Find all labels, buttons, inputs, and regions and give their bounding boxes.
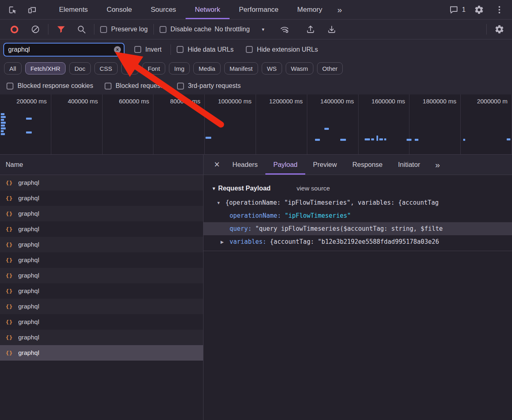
more-detail-tabs-icon[interactable]: » (430, 155, 445, 175)
upload-icon (306, 24, 315, 34)
invert-label: Invert (145, 46, 162, 53)
throttling-dropdown[interactable]: No throttling ▼ (214, 26, 265, 33)
detail-tab[interactable]: Payload (265, 155, 305, 175)
request-row[interactable]: {} graphql (0, 330, 203, 345)
detail-tab[interactable]: Headers (225, 155, 265, 175)
detail-tab-label: Response (352, 161, 383, 168)
third-party-requests-checkbox[interactable]: 3rd-party requests (177, 82, 241, 90)
search-button[interactable] (74, 22, 88, 36)
chip-label: Img (174, 65, 184, 72)
close-details-button[interactable]: × (209, 155, 225, 175)
clear-network-log-button[interactable] (28, 22, 42, 36)
network-settings-button[interactable] (492, 22, 506, 36)
more-tabs-icon[interactable]: » (332, 0, 348, 19)
main-tab[interactable]: Elements (50, 0, 97, 19)
hide-data-urls-checkbox[interactable]: Hide data URLs (177, 46, 234, 53)
checkbox-icon (7, 83, 13, 90)
blocked-requests-checkbox[interactable]: Blocked requests (105, 82, 166, 90)
timeline-label: 1800000 ms (409, 94, 461, 154)
main-tab[interactable]: Console (97, 0, 141, 19)
type-filter-chip[interactable]: JS (121, 62, 139, 74)
type-filter-chip[interactable]: Img (169, 62, 190, 74)
invert-checkbox[interactable]: Invert (134, 46, 162, 53)
view-source-link[interactable]: view source (297, 185, 330, 192)
main-tab[interactable]: Memory (288, 0, 331, 19)
export-har-button[interactable] (325, 22, 339, 36)
request-type-filters: All Fetch/XHR Doc CSS JS Font Img Media … (0, 59, 512, 77)
detail-tab[interactable]: Response (345, 155, 390, 175)
hide-extension-urls-label: Hide extension URLs (257, 46, 318, 53)
import-har-button[interactable] (304, 22, 317, 36)
type-filter-chip[interactable]: All (4, 62, 22, 74)
blocked-response-cookies-checkbox[interactable]: Blocked response cookies (7, 82, 93, 90)
type-filter-chip[interactable]: Media (193, 62, 221, 74)
clear-filter-icon[interactable]: × (114, 46, 121, 53)
type-filter-chip[interactable]: Wasm (286, 62, 313, 74)
devtools-window: Elements Console Sources Network Perform… (0, 0, 512, 420)
request-name: graphql (18, 241, 39, 248)
detail-tab-label: Payload (273, 161, 298, 168)
request-row[interactable]: {} graphql (0, 268, 203, 283)
filter-toggle-button[interactable] (54, 22, 68, 36)
name-column-header[interactable]: Name (0, 155, 203, 175)
devtools-settings-button[interactable] (472, 3, 486, 17)
chip-label: Manifest (230, 65, 253, 72)
more-options-button[interactable] (492, 3, 506, 17)
type-filter-chip[interactable]: Fetch/XHR (25, 62, 66, 74)
network-activity-mark (1, 113, 4, 115)
request-row[interactable]: {} graphql (0, 175, 203, 190)
payload-tree-row[interactable]: ▼ {operationName: "ipFlowTimeseries", va… (203, 196, 512, 209)
request-row[interactable]: {} graphql (0, 190, 203, 206)
type-filter-chip[interactable]: Other (317, 62, 343, 74)
record-network-log-button[interactable] (7, 22, 21, 36)
main-tab[interactable]: Performance (230, 0, 288, 19)
network-activity-mark (1, 122, 6, 124)
type-filter-chip[interactable]: Font (142, 62, 165, 74)
json-braces-icon: {} (6, 273, 13, 279)
timeline-label: 1200000 ms (256, 94, 307, 154)
request-row[interactable]: {} graphql (0, 252, 203, 268)
main-tab-label: Console (107, 6, 132, 14)
request-row[interactable]: {} graphql (0, 206, 203, 221)
main-tab[interactable]: Sources (141, 0, 185, 19)
request-row[interactable]: {} graphql (0, 314, 203, 330)
toolbar-divider (94, 24, 94, 35)
request-row[interactable]: {} graphql (0, 221, 203, 237)
record-icon (11, 26, 18, 33)
type-filter-chip[interactable]: CSS (94, 62, 118, 74)
timeline-label: 1400000 ms (307, 94, 359, 154)
network-conditions-button[interactable] (278, 22, 291, 36)
json-braces-icon: {} (6, 180, 13, 186)
waterfall-overview[interactable]: 200000 ms 400000 ms 600000 ms 800000 ms … (0, 94, 512, 155)
inspect-element-button[interactable] (6, 3, 20, 17)
payload-tree-row[interactable]: query: "query ipFlowTimeseries($accountT… (203, 222, 512, 235)
payload-key: operationName: (230, 212, 284, 219)
messages-badge: 1 (462, 6, 466, 13)
disable-cache-checkbox[interactable]: Disable cache (160, 26, 212, 33)
type-filter-chip[interactable]: Doc (69, 62, 91, 74)
chip-label: Doc (74, 65, 85, 72)
disclosure-triangle-icon[interactable]: ▼ (217, 201, 225, 205)
payload-tree-row[interactable]: ▶ variables: {accountTag: "b12e3b2192ee5… (203, 235, 512, 248)
json-braces-icon: {} (6, 257, 13, 263)
console-messages-button[interactable]: 1 (449, 5, 466, 15)
section-disclosure-triangle[interactable]: ▼ (212, 186, 216, 191)
type-filter-chip[interactable]: WS (262, 62, 282, 74)
disclosure-triangle-icon[interactable]: ▶ (221, 240, 230, 244)
main-tab-label: Performance (239, 6, 278, 14)
preserve-log-checkbox[interactable]: Preserve log (100, 26, 148, 33)
request-row[interactable]: {} graphql (0, 299, 203, 314)
network-activity-mark (384, 138, 386, 140)
payload-tree-row[interactable]: operationName: "ipFlowTimeseries" (203, 209, 512, 222)
request-row[interactable]: {} graphql (0, 283, 203, 299)
main-tab[interactable]: Network (186, 0, 230, 19)
request-row[interactable]: {} graphql (0, 237, 203, 252)
device-toolbar-button[interactable] (25, 3, 39, 17)
detail-tab[interactable]: Preview (305, 155, 345, 175)
request-name: graphql (18, 272, 39, 279)
hide-extension-urls-checkbox[interactable]: Hide extension URLs (246, 46, 318, 53)
filter-input[interactable] (3, 43, 125, 57)
detail-tab[interactable]: Initiator (390, 155, 428, 175)
request-row[interactable]: {} graphql (0, 345, 203, 361)
type-filter-chip[interactable]: Manifest (224, 62, 258, 74)
